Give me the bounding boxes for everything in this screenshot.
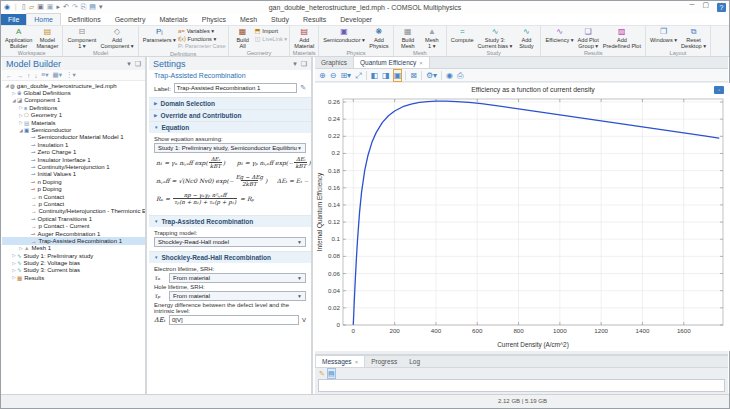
ribbon-button-application-builder[interactable]: AApplication Builder — [3, 27, 34, 49]
ribbon-button-add-study[interactable]: ∿Add Study — [514, 27, 538, 49]
tree-item-continuity-heterojunction-thermionic-emission[interactable]: →Continuity/Heterojunction - Thermionic … — [2, 208, 145, 215]
tab-mesh[interactable]: Mesh — [233, 14, 264, 25]
ribbon-button-model-manager[interactable]: ▤Model Manager — [34, 27, 60, 49]
messages-tab-messages[interactable]: Messages× — [315, 355, 365, 367]
panel-pin-icon[interactable]: ❏ — [301, 60, 307, 68]
zoom-in-icon[interactable]: ⊕ — [319, 70, 326, 81]
help-icon[interactable]: ? — [717, 3, 726, 12]
tab-geometry[interactable]: Geometry — [108, 14, 153, 25]
minimize-icon[interactable]: ─ — [690, 1, 695, 9]
tree-item-optical-transitions-1[interactable]: ⊸Optical Transitions 1 — [2, 215, 145, 222]
copy-icon[interactable]: ⎘ — [81, 2, 87, 12]
ribbon-button-livelink[interactable]: ◫LiveLink ▾ — [255, 36, 288, 43]
tree-item-component-1[interactable]: ◢◪Component 1 — [2, 97, 145, 104]
tab-developer[interactable]: Developer — [333, 14, 379, 25]
rename-icon[interactable]: ✎ — [300, 84, 306, 92]
tree-item-study-2-voltage-bias[interactable]: ▷∿Study 2: Voltage bias — [2, 259, 145, 266]
tab-physics[interactable]: Physics — [195, 14, 233, 25]
tree-item-materials[interactable]: ▷▤Materials — [2, 119, 145, 126]
run-icon[interactable]: ▸ — [56, 2, 60, 12]
section-header-srh-recombination[interactable]: ▼ Shockley-Read-Hall Recombination — [149, 252, 311, 263]
tree-item-definitions[interactable]: ▷≡Definitions — [2, 104, 145, 111]
lock-axes-icon[interactable]: ⊠ — [410, 70, 417, 81]
clear-messages-icon[interactable]: ✎ — [319, 369, 325, 378]
tab-file[interactable]: File — [1, 14, 26, 25]
equation-study-dropdown[interactable]: Study 1: Preliminary study, Semiconducto… — [154, 143, 306, 153]
ribbon-button-windows[interactable]: ❐Windows ▾ — [648, 27, 679, 49]
ribbon-button-import[interactable]: ⬒Import — [255, 28, 288, 35]
ribbon-button-add-physics[interactable]: ❋Add Physics — [367, 27, 391, 49]
ribbon-button-build-all[interactable]: ▦Build All — [231, 27, 255, 49]
zoom-out-icon[interactable]: ⊖ — [330, 70, 337, 81]
tree-item-n-contact[interactable]: →n Contact — [2, 193, 145, 200]
ribbon-button-compute[interactable]: =Compute — [449, 27, 476, 49]
open-file-icon[interactable]: ▱ — [29, 2, 34, 12]
ribbon-button-add-material[interactable]: ▤Add Material — [292, 27, 316, 49]
maximize-icon[interactable]: ▢ — [703, 1, 710, 9]
ribbon-button-parameters[interactable]: PᵢParameters ▾ — [141, 27, 178, 50]
ribbon-button-add-predefined-plot[interactable]: ▨Add Predefined Plot — [601, 27, 643, 49]
tree-item-study-1-preliminary-study[interactable]: ▷∿Study 1: Preliminary study — [2, 252, 145, 259]
tree-item-insulation-1[interactable]: ⊸Insulation 1 — [2, 141, 145, 148]
move-up-icon[interactable]: ↑ — [27, 72, 30, 79]
view-3-icon[interactable]: ▣ — [394, 70, 402, 81]
close-tab-icon[interactable]: × — [355, 359, 359, 365]
label-input[interactable]: Trap-Assisted Recombination 1 — [174, 83, 297, 93]
tree-item-auger-recombination-1[interactable]: ⇀Auger Recombination 1 — [2, 230, 145, 237]
tree-item-semiconductor[interactable]: ◢▣Semiconductor — [2, 126, 145, 133]
messages-tab-log[interactable]: Log — [403, 356, 426, 367]
ribbon-button-study-3-current-bias[interactable]: ∿Study 3: Current bias ▾ — [476, 27, 515, 49]
tree-item-n-doping[interactable]: ⇀n Doping — [2, 178, 145, 185]
messages-tab-progress[interactable]: Progress — [365, 356, 403, 367]
ribbon-button-efficiency[interactable]: ∿Efficiency ▾ — [543, 27, 575, 49]
new-file-icon[interactable]: ▯ — [22, 2, 26, 12]
electron-lifetime-dropdown[interactable]: From material ▼ — [169, 273, 306, 283]
image-snapshot-icon[interactable]: ◉ — [446, 70, 453, 81]
paste-icon[interactable]: ▤ — [89, 2, 96, 12]
close-tab-icon[interactable]: × — [419, 60, 423, 66]
tree-item-results[interactable]: ▷▦Results — [2, 274, 145, 281]
tab-home[interactable]: Home — [26, 13, 61, 25]
comsol-logo-icon[interactable]: ◉ — [4, 2, 10, 12]
tree-item-mesh-1[interactable]: ▷▲Mesh 1 — [2, 245, 145, 252]
open-location-icon[interactable]: ▤ — [328, 369, 335, 378]
plot-settings-menu-icon[interactable]: ⚙▾ — [426, 70, 437, 81]
save-icon[interactable]: ▣ — [37, 2, 44, 12]
tree-item-initial-values-1[interactable]: ⊸Initial Values 1 — [2, 171, 145, 178]
redo-icon[interactable]: ↷ — [72, 2, 78, 12]
tree-item-p-contact[interactable]: →p Contact — [2, 200, 145, 207]
panel-pin-icon[interactable]: ❏ — [135, 60, 141, 68]
forward-icon[interactable]: → — [17, 72, 24, 79]
print-icon[interactable]: ⎙ — [457, 70, 463, 81]
tree-item-semiconductor-material-model-1[interactable]: ⊸Semiconductor Material Model 1 — [2, 134, 145, 141]
tree-item-p-doping[interactable]: ⇀p Doping — [2, 185, 145, 192]
ribbon-button-build-mesh[interactable]: ▦Build Mesh — [396, 27, 420, 49]
options-menu-icon[interactable]: ▾ — [99, 2, 103, 12]
tab-results[interactable]: Results — [296, 14, 333, 25]
section-header-override-contribution[interactable]: ▶ Override and Contribution — [149, 110, 311, 121]
panel-collapse-icon[interactable]: ▾ — [293, 60, 297, 68]
undo-icon[interactable]: ↶ — [63, 2, 69, 12]
section-header-equation[interactable]: ▼ Equation — [149, 122, 311, 133]
tree-item-insulator-interface-1[interactable]: ⊸Insulator Interface 1 — [2, 156, 145, 163]
tree-item-global-definitions[interactable]: ▷⊕Global Definitions — [2, 89, 145, 96]
panel-collapse-icon[interactable]: ▾ — [127, 60, 131, 68]
view-1-icon[interactable]: ◧ — [371, 70, 379, 81]
move-down-icon[interactable]: ↓ — [34, 72, 37, 79]
tree-item-p-contact-current[interactable]: →p Contact - Current — [2, 222, 145, 229]
view-2-icon[interactable]: ◨ — [382, 70, 390, 81]
ribbon-button-add-plot-group[interactable]: ❏Add Plot Group ▾ — [576, 27, 601, 49]
graphics-tab-quantum-efficiency[interactable]: Quantum Efficiency× — [353, 56, 430, 68]
section-header-trap-assisted-recombination[interactable]: ▼ Trap-Assisted Recombination — [149, 216, 311, 227]
ribbon-button-functions[interactable]: f⒳Functions ▾ — [178, 36, 226, 43]
ribbon-button-semiconductor[interactable]: ▣Semiconductor ▾ — [321, 27, 367, 49]
energy-difference-input[interactable]: 0[V] — [169, 315, 299, 325]
tree-item-zero-charge-1[interactable]: ⊸Zero Charge 1 — [2, 149, 145, 156]
save-as-icon[interactable]: ▣ — [47, 2, 54, 12]
tree-item-study-3-current-bias[interactable]: ▷∿Study 3: Current bias — [2, 267, 145, 274]
tree-item-continuity-heterojunction-1[interactable]: ⊸Continuity/Heterojunction 1 — [2, 163, 145, 170]
tab-materials[interactable]: Materials — [152, 14, 194, 25]
section-header-domain-selection[interactable]: ▶ Domain Selection — [149, 98, 311, 109]
tree-item-gan-double-heterostructure-led-mph[interactable]: ◢◍gan_double_heterostructure_led.mph — [2, 82, 145, 89]
show-menu-icon[interactable]: ⋮▾ — [66, 71, 76, 79]
